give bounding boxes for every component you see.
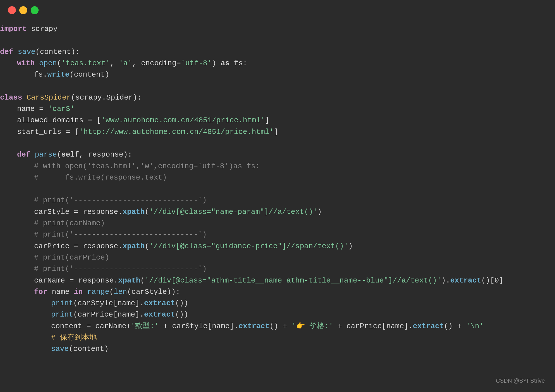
code-line: # print('----------------------------') — [0, 263, 555, 275]
close-button[interactable] — [8, 6, 16, 14]
code-line: carStyle = response.xpath('//div[@class=… — [0, 206, 555, 218]
code-line — [0, 35, 555, 46]
code-line: def save(content): — [0, 46, 555, 58]
code-line: # 保存到本地 — [0, 332, 555, 343]
code-line — [0, 183, 555, 195]
code-line: print(carPrice[name].extract()) — [0, 309, 555, 320]
code-line: # with open('teas.html','w',encoding='ut… — [0, 161, 555, 172]
code-line: fs.write(content) — [0, 69, 555, 80]
code-line: for name in range(len(carStyle)): — [0, 286, 555, 298]
code-line: with open('teas.text', 'a', encoding='ut… — [0, 58, 555, 69]
maximize-button[interactable] — [31, 6, 39, 14]
code-line: # fs.write(response.text) — [0, 172, 555, 183]
code-line: content = carName+'款型:' + carStyle[name]… — [0, 321, 555, 332]
code-line: # print(carName) — [0, 218, 555, 229]
code-line: # print(carPrice) — [0, 252, 555, 263]
code-line — [0, 138, 555, 149]
code-line: import scrapy — [0, 23, 555, 35]
code-line: # print('----------------------------') — [0, 229, 555, 240]
code-line: allowed_domains = ['www.autohome.com.cn/… — [0, 115, 555, 126]
code-line — [0, 80, 555, 92]
minimize-button[interactable] — [19, 6, 27, 14]
code-line: class CarsSpider(scrapy.Spider): — [0, 92, 555, 103]
code-line: carPrice = response.xpath('//div[@class=… — [0, 241, 555, 252]
code-editor: import scrapy def save(content):with ope… — [0, 20, 555, 366]
window-controls — [0, 0, 555, 20]
code-line: save(content) — [0, 343, 555, 355]
watermark: CSDN @SYFStrive — [496, 376, 545, 385]
code-line: name = 'carS' — [0, 103, 555, 115]
code-line: carName = response.xpath('//div[@class="… — [0, 275, 555, 286]
code-line: # print('----------------------------') — [0, 195, 555, 206]
code-line: start_urls = ['http://www.autohome.com.c… — [0, 126, 555, 138]
code-line: def parse(self, response): — [0, 149, 555, 160]
code-line: print(carStyle[name].extract()) — [0, 298, 555, 309]
